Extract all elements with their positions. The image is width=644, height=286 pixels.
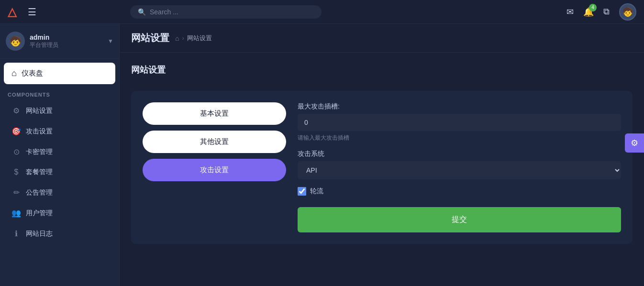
sidebar-item-label: 卡密管理 (26, 148, 53, 156)
top-navbar: △ ☰ 🔍 ✉ 🔔 4 ⧉ 🧒 (0, 0, 644, 24)
page-body: 网站设置 基本设置 其他设置 攻击设置 最大攻击插槽: 请输入最大攻击插槽 (120, 53, 644, 286)
nav-right: ✉ 🔔 4 ⧉ 🧒 (566, 3, 636, 21)
tab-attack-settings[interactable]: 攻击设置 (143, 159, 286, 181)
users-icon: 👥 (11, 209, 21, 218)
sidebar-item-label: 网站日志 (26, 230, 53, 238)
breadcrumb-separator: › (182, 34, 184, 42)
page-header: 网站设置 ⌂ › 网站设置 (120, 24, 644, 53)
sidebar: 🧒 admin 平台管理员 ▼ ⌂ 仪表盘 COMPONENTS ⚙ 网站设置 … (0, 24, 120, 286)
tab-other-settings[interactable]: 其他设置 (143, 131, 286, 153)
sidebar-item-label: 网站设置 (26, 107, 53, 115)
package-icon: $ (11, 168, 21, 176)
sidebar-item-label: 用户管理 (26, 209, 53, 218)
notification-badge: 4 (589, 4, 597, 11)
hamburger-button[interactable]: ☰ (28, 6, 36, 18)
floating-settings-icon: ⚙ (631, 138, 638, 148)
page-title: 网站设置 (131, 32, 169, 44)
round-robin-checkbox[interactable] (298, 187, 306, 196)
user-avatar: 🧒 (6, 32, 25, 51)
sidebar-item-attack-settings[interactable]: 🎯 攻击设置 (4, 122, 115, 141)
components-section-label: COMPONENTS (0, 84, 119, 100)
section-title: 网站设置 (131, 64, 633, 76)
breadcrumb: ⌂ › 网站设置 (175, 34, 212, 43)
logo-icon: △ (8, 5, 16, 19)
floating-settings-button[interactable]: ⚙ (625, 133, 644, 153)
sidebar-item-label: 公告管理 (26, 188, 53, 197)
content-area: 网站设置 ⌂ › 网站设置 网站设置 基本设置 其他设置 攻击设置 最大攻 (120, 24, 644, 286)
round-robin-label: 轮流 (310, 187, 323, 196)
attack-icon: 🎯 (11, 127, 21, 136)
log-icon: ℹ (11, 229, 21, 238)
user-name: admin (30, 33, 103, 41)
avatar-emoji: 🧒 (622, 7, 633, 17)
sidebar-item-label: 套餐管理 (26, 168, 53, 176)
main-layout: 🧒 admin 平台管理员 ▼ ⌂ 仪表盘 COMPONENTS ⚙ 网站设置 … (0, 24, 644, 286)
user-profile: 🧒 admin 平台管理员 ▼ (0, 24, 119, 59)
max-slots-hint: 请输入最大攻击插槽 (298, 134, 621, 142)
sidebar-item-label: 攻击设置 (26, 127, 53, 136)
max-slots-input[interactable] (298, 114, 621, 131)
breadcrumb-current: 网站设置 (187, 34, 212, 43)
tab-buttons-panel: 基本设置 其他设置 攻击设置 (143, 102, 286, 232)
bell-button[interactable]: 🔔 4 (583, 7, 594, 17)
user-role: 平台管理员 (30, 41, 103, 49)
sidebar-item-site-log[interactable]: ℹ 网站日志 (4, 224, 115, 243)
round-robin-group: 轮流 (298, 187, 621, 196)
settings-icon: ⚙ (11, 106, 21, 115)
attack-settings-form: 最大攻击插槽: 请输入最大攻击插槽 攻击系统 API 本地 混合 (298, 102, 621, 232)
home-icon: ⌂ (11, 68, 17, 78)
layers-icon: ⧉ (603, 7, 610, 16)
layers-button[interactable]: ⧉ (603, 7, 610, 17)
mail-icon: ✉ (566, 7, 574, 17)
submit-button[interactable]: 提交 (298, 207, 621, 232)
logo-area: △ ☰ (8, 5, 122, 19)
sidebar-item-announcement[interactable]: ✏ 公告管理 (4, 183, 115, 202)
profile-dropdown-arrow[interactable]: ▼ (108, 38, 113, 44)
sidebar-item-website-settings[interactable]: ⚙ 网站设置 (4, 101, 115, 120)
tab-basic-settings[interactable]: 基本设置 (143, 102, 286, 125)
sidebar-item-package-management[interactable]: $ 套餐管理 (4, 163, 115, 181)
sidebar-item-card-management[interactable]: ⊙ 卡密管理 (4, 143, 115, 161)
search-box: 🔍 (130, 5, 322, 19)
settings-card: 基本设置 其他设置 攻击设置 最大攻击插槽: 请输入最大攻击插槽 攻击系统 AP… (131, 91, 633, 244)
mail-button[interactable]: ✉ (566, 7, 574, 17)
breadcrumb-home[interactable]: ⌂ (175, 34, 179, 42)
dashboard-label: 仪表盘 (22, 69, 43, 78)
search-area: 🔍 (130, 5, 322, 19)
max-slots-group: 最大攻击插槽: 请输入最大攻击插槽 (298, 102, 621, 142)
max-slots-label: 最大攻击插槽: (298, 102, 621, 111)
user-avatar-button[interactable]: 🧒 (619, 3, 636, 21)
attack-system-label: 攻击系统 (298, 150, 621, 158)
sidebar-item-user-management[interactable]: 👥 用户管理 (4, 204, 115, 222)
attack-system-group: 攻击系统 API 本地 混合 (298, 150, 621, 179)
sidebar-item-dashboard[interactable]: ⌂ 仪表盘 (4, 63, 115, 84)
card-icon: ⊙ (11, 147, 21, 156)
announcement-icon: ✏ (11, 188, 21, 197)
search-icon: 🔍 (138, 8, 146, 16)
search-input[interactable] (150, 8, 314, 16)
attack-system-select[interactable]: API 本地 混合 (298, 161, 621, 179)
user-info: admin 平台管理员 (30, 33, 103, 49)
